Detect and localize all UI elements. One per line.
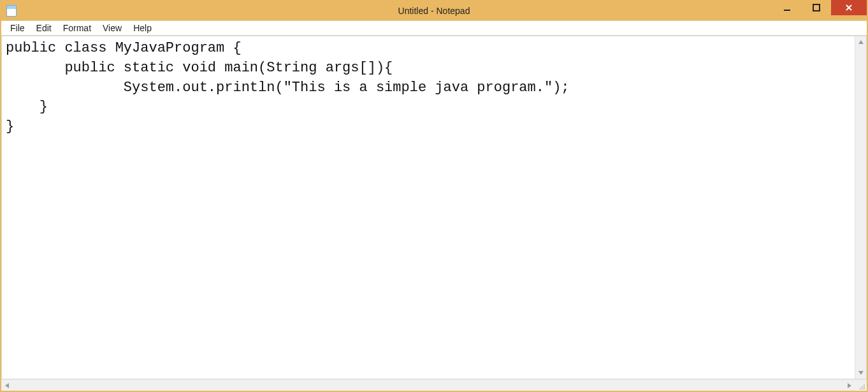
menu-file[interactable]: File bbox=[5, 22, 30, 34]
svg-point-2 bbox=[864, 388, 865, 389]
notepad-window: Untitled - Notepad File Edit Format View… bbox=[0, 0, 868, 392]
minimize-button[interactable] bbox=[772, 0, 802, 15]
svg-rect-0 bbox=[784, 10, 790, 11]
svg-point-3 bbox=[862, 388, 863, 389]
horizontal-scrollbar[interactable] bbox=[1, 380, 855, 391]
svg-point-6 bbox=[862, 386, 863, 388]
window-controls bbox=[772, 1, 867, 20]
menu-format[interactable]: Format bbox=[58, 22, 96, 34]
close-button[interactable] bbox=[831, 0, 867, 15]
window-title: Untitled - Notepad bbox=[1, 6, 867, 16]
svg-rect-1 bbox=[813, 4, 820, 11]
notepad-icon bbox=[6, 5, 17, 17]
menu-help[interactable]: Help bbox=[128, 22, 157, 34]
menubar: File Edit Format View Help bbox=[1, 20, 867, 36]
scroll-down-icon[interactable] bbox=[855, 367, 867, 379]
scroll-up-icon[interactable] bbox=[855, 36, 867, 48]
menu-edit[interactable]: Edit bbox=[31, 22, 57, 34]
svg-point-7 bbox=[864, 384, 865, 386]
client-area: public class MyJavaProgram { public stat… bbox=[1, 36, 867, 379]
titlebar[interactable]: Untitled - Notepad bbox=[1, 1, 867, 20]
bottom-scroll-row bbox=[1, 379, 867, 391]
text-editor[interactable]: public class MyJavaProgram { public stat… bbox=[2, 36, 855, 379]
svg-point-4 bbox=[864, 386, 865, 388]
maximize-button[interactable] bbox=[802, 0, 831, 15]
vertical-scrollbar[interactable] bbox=[855, 36, 866, 379]
resize-grip-icon[interactable] bbox=[855, 380, 867, 391]
scroll-left-icon[interactable] bbox=[1, 380, 13, 391]
svg-point-5 bbox=[860, 388, 861, 389]
menu-view[interactable]: View bbox=[98, 22, 127, 34]
scroll-right-icon[interactable] bbox=[844, 380, 855, 391]
